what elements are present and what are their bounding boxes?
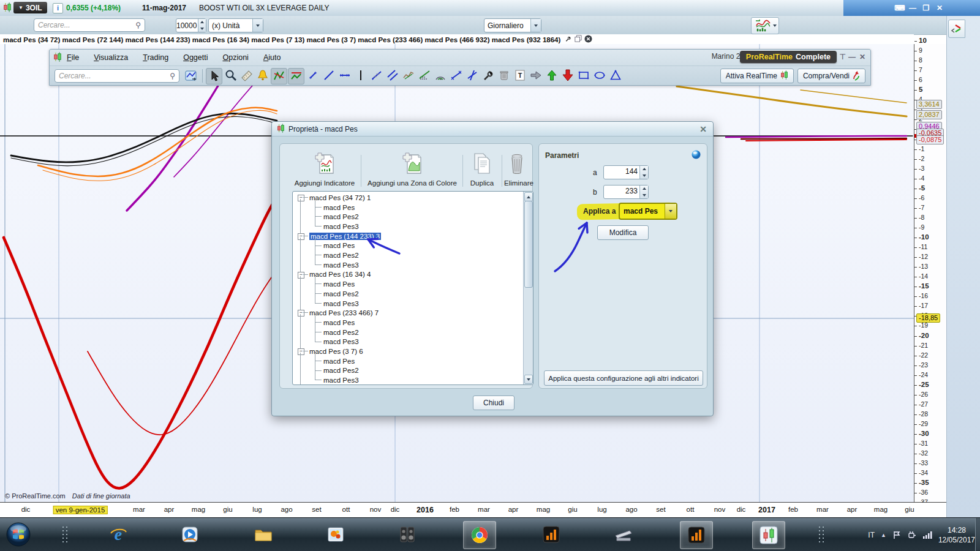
- tree-child-row[interactable]: macd Pes: [293, 356, 522, 366]
- tree-group-row[interactable]: −macd Pes (16 34) 4: [293, 270, 522, 280]
- param-a-spinner[interactable]: [639, 166, 648, 179]
- tool-trash-icon[interactable]: [496, 68, 511, 83]
- tool-text-icon[interactable]: T: [512, 68, 527, 83]
- tree-child-label[interactable]: macd Pes2: [323, 367, 359, 374]
- tool-zoom-icon[interactable]: [223, 68, 238, 83]
- tree-collapse-icon[interactable]: −: [298, 195, 304, 201]
- modifica-button[interactable]: Modifica: [597, 225, 649, 240]
- tree-child-row[interactable]: macd Pes2: [293, 289, 522, 299]
- language-indicator[interactable]: IT: [868, 531, 875, 539]
- tree-group-row[interactable]: −macd Pes (34 72) 1: [293, 193, 522, 203]
- menu-item-trading[interactable]: Trading: [143, 53, 168, 62]
- duplica-button[interactable]: Duplica: [465, 151, 499, 187]
- tool-arrow-right-icon[interactable]: [528, 68, 543, 83]
- price-axis[interactable]: 109876543210-1-2-3-4-5-6-7-8-9-10-11-12-…: [914, 44, 947, 502]
- scroll-up-icon[interactable]: [524, 192, 533, 201]
- tool-ellipse-icon[interactable]: [592, 68, 607, 83]
- indicator-close-icon[interactable]: [584, 35, 592, 45]
- tree-group-row[interactable]: −macd Pes (233 466) 7: [293, 308, 522, 318]
- tree-child-label[interactable]: macd Pes2: [323, 290, 359, 298]
- tree-child-label[interactable]: macd Pes3: [323, 377, 359, 384]
- tool-triangle-icon[interactable]: [608, 68, 623, 83]
- compra-vendi-button[interactable]: Compra/Vendi: [797, 69, 865, 83]
- taskbar-app-internet-explorer[interactable]: e: [102, 521, 134, 548]
- tree-child-row[interactable]: macd Pes2: [293, 212, 522, 222]
- tree-child-label[interactable]: macd Pes2: [323, 329, 359, 336]
- unit-select[interactable]: (x) Unità: [208, 18, 263, 32]
- tree-child-row[interactable]: macd Pes3: [293, 222, 522, 231]
- chiudi-button[interactable]: Chiudi: [473, 395, 514, 410]
- tree-child-row[interactable]: macd Pes: [293, 318, 522, 328]
- tool-parallel-lines-icon[interactable]: [385, 68, 400, 83]
- tool-vertical-line-icon[interactable]: [353, 68, 368, 83]
- tool-cursor-icon[interactable]: [206, 68, 222, 84]
- indicator-tree-listbox[interactable]: −macd Pes (34 72) 1macd Pesmacd Pes2macd…: [292, 191, 533, 385]
- tool-arrow-down-icon[interactable]: [560, 68, 575, 83]
- start-button[interactable]: [2, 521, 34, 548]
- applica-dropdown-button[interactable]: [665, 204, 676, 219]
- tool-cross-line-icon[interactable]: [448, 68, 464, 83]
- tree-collapse-icon[interactable]: −: [298, 310, 304, 317]
- info-icon[interactable]: i: [53, 3, 63, 13]
- tree-child-row[interactable]: macd Pes2: [293, 328, 522, 337]
- dialog-close-icon[interactable]: ✕: [699, 124, 707, 134]
- quantity-stepper[interactable]: 10000: [176, 18, 206, 32]
- taskbar-app-prorealtime[interactable]: [752, 521, 785, 549]
- period-select[interactable]: Giornaliero: [484, 18, 541, 32]
- param-b-input[interactable]: 233: [603, 185, 649, 199]
- power-plug-icon[interactable]: [907, 531, 916, 539]
- tree-child-row[interactable]: macd Pes2: [293, 250, 522, 260]
- aggiungi-zona-colore-button[interactable]: Aggiungi una Zona di Colore: [364, 151, 460, 187]
- minimize-button[interactable]: —: [908, 4, 918, 12]
- network-signal-icon[interactable]: [922, 531, 932, 539]
- taskbar-app-trading-app[interactable]: [535, 521, 567, 548]
- eliminare-button[interactable]: Eliminare: [504, 151, 530, 187]
- keyboard-icon[interactable]: ⌨: [894, 4, 904, 12]
- tree-child-label[interactable]: macd Pes2: [323, 213, 359, 220]
- tree-collapse-icon[interactable]: −: [298, 233, 304, 240]
- tree-child-label[interactable]: macd Pes: [323, 204, 355, 211]
- indicator-window-icon[interactable]: [575, 35, 582, 44]
- attiva-realtime-button[interactable]: Attiva RealTime: [720, 69, 794, 83]
- tool-fibonacci-icon[interactable]: [369, 68, 384, 83]
- apply-all-button[interactable]: Applica questa configurazione agli altri…: [544, 370, 703, 386]
- applica-dropdown[interactable]: macd Pes: [619, 203, 677, 220]
- tree-child-row[interactable]: macd Pes: [293, 241, 522, 251]
- show-desktop-button[interactable]: [975, 518, 980, 551]
- help-sphere-icon[interactable]: [692, 150, 701, 159]
- menu-item-oggetti[interactable]: Oggetti: [183, 53, 208, 62]
- menu-item-opzioni[interactable]: Opzioni: [222, 53, 248, 62]
- taskbar-app-trading-app-2[interactable]: [680, 521, 713, 549]
- unit-dropdown-button[interactable]: [252, 19, 263, 32]
- aggiungi-indicatore-button[interactable]: Aggiungi Indicatore: [291, 151, 358, 187]
- menu-item-visualizza[interactable]: Visualizza: [94, 53, 128, 62]
- tree-child-label[interactable]: macd Pes2: [323, 252, 359, 259]
- tool-segment-icon[interactable]: [321, 68, 336, 83]
- close-button[interactable]: ✕: [935, 4, 944, 12]
- tree-child-row[interactable]: macd Pes2: [293, 366, 522, 376]
- tree-group-label[interactable]: macd Pes (233 466) 7: [309, 309, 379, 317]
- scroll-down-icon[interactable]: [524, 375, 533, 384]
- tree-child-row[interactable]: macd Pes3: [293, 375, 522, 385]
- tree-group-label[interactable]: macd Pes (34 72) 1: [309, 194, 371, 201]
- maximize-button[interactable]: ❐: [921, 4, 931, 12]
- tool-arcs-icon[interactable]: [432, 68, 448, 83]
- tree-group-label[interactable]: macd Pes (16 34) 4: [309, 271, 371, 278]
- tree-child-label[interactable]: macd Pes: [323, 242, 355, 249]
- show-hidden-icons[interactable]: ▲: [881, 532, 886, 538]
- tree-child-label[interactable]: macd Pes3: [323, 261, 359, 269]
- tool-pattern-chart-icon[interactable]: [417, 68, 432, 83]
- tree-child-row[interactable]: macd Pes3: [293, 299, 522, 309]
- tree-group-label-selected[interactable]: macd Pes (144 233) 3: [309, 233, 381, 240]
- tree-child-label[interactable]: macd Pes3: [323, 338, 359, 345]
- dialog-titlebar[interactable]: Proprietà - macd Pes ✕: [272, 122, 713, 137]
- tool-alarm-icon[interactable]: [255, 68, 270, 83]
- clock[interactable]: 14:28 12/05/2017: [938, 525, 975, 545]
- tree-group-row[interactable]: −macd Pes (3 7) 6: [293, 347, 522, 356]
- quantity-spin-buttons[interactable]: [198, 19, 206, 32]
- tree-collapse-icon[interactable]: −: [298, 348, 304, 355]
- taskbar-app-explorer[interactable]: [247, 521, 279, 548]
- tree-child-label[interactable]: macd Pes3: [323, 300, 359, 307]
- action-center-flag-icon[interactable]: [892, 531, 901, 539]
- symbol-dropdown[interactable]: ▼3OIL: [13, 2, 47, 13]
